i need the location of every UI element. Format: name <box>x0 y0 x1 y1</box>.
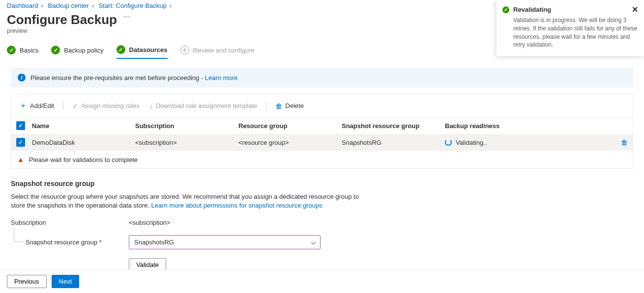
plus-icon: ＋ <box>19 101 27 111</box>
step-review: 4 Review and configure <box>180 45 255 59</box>
check-icon <box>7 46 16 54</box>
step-label: Backup policy <box>64 47 103 54</box>
divider <box>63 102 63 110</box>
row-checkbox[interactable] <box>16 138 25 147</box>
header-snapshot-rg: Snapshot resource group <box>342 122 445 130</box>
info-icon: i <box>18 74 26 81</box>
row-delete-button[interactable]: 🗑 <box>621 138 628 146</box>
breadcrumb-start-configure[interactable]: Start: Configure Backup <box>99 2 167 9</box>
step-backup-policy[interactable]: Backup policy <box>51 45 103 59</box>
section-learn-more-link[interactable]: Learn more about permissions for snapsho… <box>151 202 322 209</box>
header-backup-readiness: Backup readiness <box>445 122 608 130</box>
spinner-icon <box>445 139 452 146</box>
subscription-label: Subscription <box>11 219 129 226</box>
section-heading: Snapshot resource group <box>11 180 633 187</box>
chevron-right-icon: › <box>89 2 97 9</box>
check-icon <box>51 46 60 54</box>
header-subscription: Subscription <box>135 122 238 130</box>
cell-resource-group: <resource group> <box>238 139 342 146</box>
more-actions-button[interactable]: ··· <box>119 12 130 21</box>
divider <box>266 102 266 110</box>
chevron-right-icon: › <box>38 2 46 9</box>
snapshot-rg-select[interactable]: SnapshotsRG <box>129 235 321 249</box>
notification-toast: Revalidating ✕ Validation is in progress… <box>497 0 644 56</box>
chevron-right-icon: › <box>167 2 175 9</box>
header-name: Name <box>32 122 135 130</box>
check-icon: ✓ <box>72 102 78 110</box>
success-icon <box>502 6 509 13</box>
step-number-icon: 4 <box>180 46 189 54</box>
check-icon <box>117 45 125 54</box>
info-learn-more-link[interactable]: Learn more <box>205 74 237 81</box>
snapshot-rg-label: Snapshot resource group * <box>11 239 129 246</box>
delete-button[interactable]: 🗑Delete <box>272 100 307 112</box>
breadcrumb-dashboard[interactable]: Dashboard <box>7 2 38 9</box>
breadcrumb-backup-center[interactable]: Backup center <box>48 2 89 9</box>
trash-icon: 🗑 <box>275 102 282 110</box>
step-label: Datasources <box>129 46 168 53</box>
toast-close-button[interactable]: ✕ <box>632 5 638 14</box>
validation-warning-row: ▲ Please wait for validations to complet… <box>11 151 633 168</box>
download-template-button: ↓Download role assignment template <box>146 100 261 112</box>
step-label: Review and configure <box>193 47 255 54</box>
info-banner: i Please ensure the pre-requisites are m… <box>11 68 633 87</box>
page-title: Configure Backup <box>7 12 117 27</box>
step-datasources[interactable]: Datasources <box>117 45 168 59</box>
add-edit-button[interactable]: ＋Add/Edit <box>16 99 57 113</box>
step-basics[interactable]: Basics <box>7 45 38 59</box>
header-resource-group: Resource group <box>238 122 342 130</box>
datasources-panel: ＋Add/Edit ✓Assign missing roles ↓Downloa… <box>11 94 633 169</box>
chevron-down-icon <box>311 240 316 245</box>
warning-text: Please wait for validations to complete <box>29 156 138 163</box>
subscription-value: <subscription> <box>129 219 171 226</box>
toast-body: Validation is in progress. We will be do… <box>502 14 638 49</box>
toolbar: ＋Add/Edit ✓Assign missing roles ↓Downloa… <box>11 95 633 117</box>
select-all-checkbox[interactable] <box>16 121 25 130</box>
toast-title: Revalidating <box>513 6 551 13</box>
cell-name: DemoDataDisk <box>32 139 135 146</box>
next-button[interactable]: Next <box>52 275 80 288</box>
table-row[interactable]: DemoDataDisk <subscription> <resource gr… <box>11 134 633 151</box>
select-value: SnapshotsRG <box>134 239 174 246</box>
previous-button[interactable]: Previous <box>7 275 47 288</box>
wizard-footer: Previous Next <box>0 269 644 293</box>
table-header: Name Subscription Resource group Snapsho… <box>11 117 633 134</box>
cell-subscription: <subscription> <box>135 139 238 146</box>
info-text: Please ensure the pre-requisites are met… <box>30 74 203 81</box>
cell-backup-readiness: Validating.. <box>445 139 608 146</box>
cell-snapshot-rg: SnapshotsRG <box>342 139 445 146</box>
step-label: Basics <box>20 47 38 54</box>
assign-roles-button: ✓Assign missing roles <box>69 100 143 112</box>
download-icon: ↓ <box>149 102 153 110</box>
warning-icon: ▲ <box>17 156 24 163</box>
snapshot-rg-section: Snapshot resource group Select the resou… <box>0 169 644 282</box>
